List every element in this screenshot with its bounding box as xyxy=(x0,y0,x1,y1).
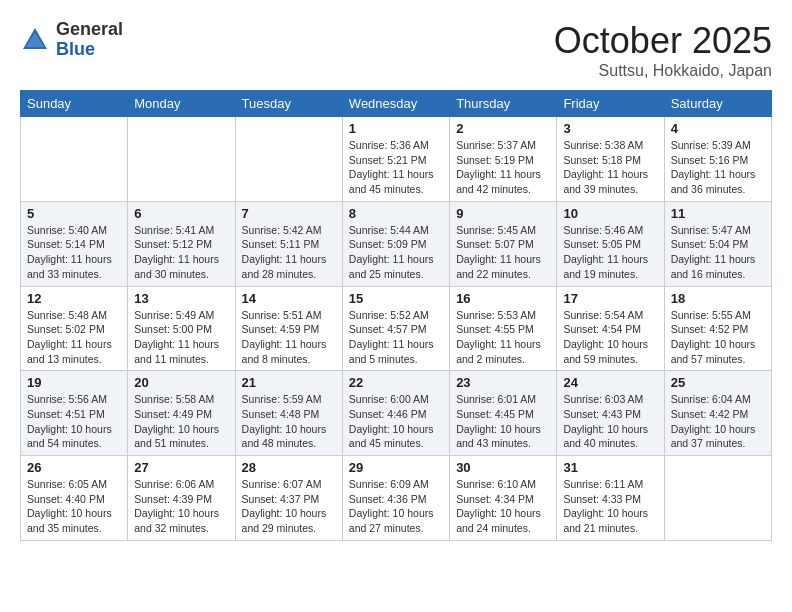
day-info: Sunrise: 6:11 AMSunset: 4:33 PMDaylight:… xyxy=(563,477,657,536)
day-number: 9 xyxy=(456,206,550,221)
calendar-day-cell: 4Sunrise: 5:39 AMSunset: 5:16 PMDaylight… xyxy=(664,117,771,202)
calendar-day-cell: 20Sunrise: 5:58 AMSunset: 4:49 PMDayligh… xyxy=(128,371,235,456)
calendar-day-cell: 21Sunrise: 5:59 AMSunset: 4:48 PMDayligh… xyxy=(235,371,342,456)
day-number: 11 xyxy=(671,206,765,221)
day-number: 25 xyxy=(671,375,765,390)
day-info: Sunrise: 5:41 AMSunset: 5:12 PMDaylight:… xyxy=(134,223,228,282)
calendar-day-cell: 24Sunrise: 6:03 AMSunset: 4:43 PMDayligh… xyxy=(557,371,664,456)
day-info: Sunrise: 5:55 AMSunset: 4:52 PMDaylight:… xyxy=(671,308,765,367)
weekday-header: Friday xyxy=(557,91,664,117)
calendar-day-cell xyxy=(128,117,235,202)
day-info: Sunrise: 6:06 AMSunset: 4:39 PMDaylight:… xyxy=(134,477,228,536)
day-number: 31 xyxy=(563,460,657,475)
day-number: 3 xyxy=(563,121,657,136)
calendar-week-row: 19Sunrise: 5:56 AMSunset: 4:51 PMDayligh… xyxy=(21,371,772,456)
day-info: Sunrise: 6:03 AMSunset: 4:43 PMDaylight:… xyxy=(563,392,657,451)
day-info: Sunrise: 5:47 AMSunset: 5:04 PMDaylight:… xyxy=(671,223,765,282)
day-info: Sunrise: 6:07 AMSunset: 4:37 PMDaylight:… xyxy=(242,477,336,536)
calendar-day-cell: 22Sunrise: 6:00 AMSunset: 4:46 PMDayligh… xyxy=(342,371,449,456)
calendar-day-cell: 13Sunrise: 5:49 AMSunset: 5:00 PMDayligh… xyxy=(128,286,235,371)
logo-icon xyxy=(20,25,50,55)
day-info: Sunrise: 5:46 AMSunset: 5:05 PMDaylight:… xyxy=(563,223,657,282)
day-info: Sunrise: 5:40 AMSunset: 5:14 PMDaylight:… xyxy=(27,223,121,282)
calendar-day-cell: 9Sunrise: 5:45 AMSunset: 5:07 PMDaylight… xyxy=(450,201,557,286)
day-info: Sunrise: 5:49 AMSunset: 5:00 PMDaylight:… xyxy=(134,308,228,367)
logo-blue-text: Blue xyxy=(56,40,123,60)
day-info: Sunrise: 5:56 AMSunset: 4:51 PMDaylight:… xyxy=(27,392,121,451)
day-info: Sunrise: 5:44 AMSunset: 5:09 PMDaylight:… xyxy=(349,223,443,282)
calendar-day-cell: 7Sunrise: 5:42 AMSunset: 5:11 PMDaylight… xyxy=(235,201,342,286)
calendar-day-cell: 28Sunrise: 6:07 AMSunset: 4:37 PMDayligh… xyxy=(235,456,342,541)
day-info: Sunrise: 5:42 AMSunset: 5:11 PMDaylight:… xyxy=(242,223,336,282)
calendar-day-cell: 8Sunrise: 5:44 AMSunset: 5:09 PMDaylight… xyxy=(342,201,449,286)
day-info: Sunrise: 5:38 AMSunset: 5:18 PMDaylight:… xyxy=(563,138,657,197)
calendar-day-cell: 23Sunrise: 6:01 AMSunset: 4:45 PMDayligh… xyxy=(450,371,557,456)
day-number: 26 xyxy=(27,460,121,475)
calendar-day-cell: 12Sunrise: 5:48 AMSunset: 5:02 PMDayligh… xyxy=(21,286,128,371)
day-number: 1 xyxy=(349,121,443,136)
day-info: Sunrise: 6:09 AMSunset: 4:36 PMDaylight:… xyxy=(349,477,443,536)
calendar-day-cell: 3Sunrise: 5:38 AMSunset: 5:18 PMDaylight… xyxy=(557,117,664,202)
logo: General Blue xyxy=(20,20,123,60)
location-title: Suttsu, Hokkaido, Japan xyxy=(554,62,772,80)
day-number: 8 xyxy=(349,206,443,221)
calendar-day-cell: 17Sunrise: 5:54 AMSunset: 4:54 PMDayligh… xyxy=(557,286,664,371)
day-number: 10 xyxy=(563,206,657,221)
day-number: 13 xyxy=(134,291,228,306)
day-number: 16 xyxy=(456,291,550,306)
day-number: 23 xyxy=(456,375,550,390)
day-number: 4 xyxy=(671,121,765,136)
day-number: 29 xyxy=(349,460,443,475)
calendar-day-cell: 10Sunrise: 5:46 AMSunset: 5:05 PMDayligh… xyxy=(557,201,664,286)
day-info: Sunrise: 6:10 AMSunset: 4:34 PMDaylight:… xyxy=(456,477,550,536)
day-info: Sunrise: 5:59 AMSunset: 4:48 PMDaylight:… xyxy=(242,392,336,451)
day-number: 27 xyxy=(134,460,228,475)
day-info: Sunrise: 5:37 AMSunset: 5:19 PMDaylight:… xyxy=(456,138,550,197)
weekday-header: Sunday xyxy=(21,91,128,117)
calendar-table: SundayMondayTuesdayWednesdayThursdayFrid… xyxy=(20,90,772,541)
month-title: October 2025 xyxy=(554,20,772,62)
calendar-day-cell: 15Sunrise: 5:52 AMSunset: 4:57 PMDayligh… xyxy=(342,286,449,371)
calendar-day-cell: 1Sunrise: 5:36 AMSunset: 5:21 PMDaylight… xyxy=(342,117,449,202)
calendar-day-cell: 29Sunrise: 6:09 AMSunset: 4:36 PMDayligh… xyxy=(342,456,449,541)
calendar-day-cell: 14Sunrise: 5:51 AMSunset: 4:59 PMDayligh… xyxy=(235,286,342,371)
day-number: 12 xyxy=(27,291,121,306)
day-info: Sunrise: 5:45 AMSunset: 5:07 PMDaylight:… xyxy=(456,223,550,282)
day-number: 6 xyxy=(134,206,228,221)
weekday-header: Saturday xyxy=(664,91,771,117)
day-info: Sunrise: 6:04 AMSunset: 4:42 PMDaylight:… xyxy=(671,392,765,451)
day-info: Sunrise: 5:48 AMSunset: 5:02 PMDaylight:… xyxy=(27,308,121,367)
calendar-day-cell xyxy=(21,117,128,202)
day-number: 30 xyxy=(456,460,550,475)
day-number: 14 xyxy=(242,291,336,306)
calendar-week-row: 12Sunrise: 5:48 AMSunset: 5:02 PMDayligh… xyxy=(21,286,772,371)
day-number: 7 xyxy=(242,206,336,221)
calendar-day-cell: 16Sunrise: 5:53 AMSunset: 4:55 PMDayligh… xyxy=(450,286,557,371)
day-number: 28 xyxy=(242,460,336,475)
calendar-day-cell: 31Sunrise: 6:11 AMSunset: 4:33 PMDayligh… xyxy=(557,456,664,541)
calendar-day-cell: 30Sunrise: 6:10 AMSunset: 4:34 PMDayligh… xyxy=(450,456,557,541)
day-number: 21 xyxy=(242,375,336,390)
calendar-day-cell xyxy=(664,456,771,541)
page-header: General Blue October 2025 Suttsu, Hokkai… xyxy=(20,20,772,80)
day-info: Sunrise: 5:51 AMSunset: 4:59 PMDaylight:… xyxy=(242,308,336,367)
day-info: Sunrise: 6:05 AMSunset: 4:40 PMDaylight:… xyxy=(27,477,121,536)
calendar-day-cell: 6Sunrise: 5:41 AMSunset: 5:12 PMDaylight… xyxy=(128,201,235,286)
calendar-day-cell xyxy=(235,117,342,202)
day-number: 2 xyxy=(456,121,550,136)
day-info: Sunrise: 5:58 AMSunset: 4:49 PMDaylight:… xyxy=(134,392,228,451)
calendar-week-row: 5Sunrise: 5:40 AMSunset: 5:14 PMDaylight… xyxy=(21,201,772,286)
day-number: 5 xyxy=(27,206,121,221)
calendar-day-cell: 2Sunrise: 5:37 AMSunset: 5:19 PMDaylight… xyxy=(450,117,557,202)
calendar-day-cell: 5Sunrise: 5:40 AMSunset: 5:14 PMDaylight… xyxy=(21,201,128,286)
day-info: Sunrise: 5:36 AMSunset: 5:21 PMDaylight:… xyxy=(349,138,443,197)
day-info: Sunrise: 6:01 AMSunset: 4:45 PMDaylight:… xyxy=(456,392,550,451)
day-number: 17 xyxy=(563,291,657,306)
day-number: 22 xyxy=(349,375,443,390)
calendar-day-cell: 19Sunrise: 5:56 AMSunset: 4:51 PMDayligh… xyxy=(21,371,128,456)
logo-general-text: General xyxy=(56,20,123,40)
day-number: 18 xyxy=(671,291,765,306)
weekday-header: Wednesday xyxy=(342,91,449,117)
day-info: Sunrise: 6:00 AMSunset: 4:46 PMDaylight:… xyxy=(349,392,443,451)
day-number: 20 xyxy=(134,375,228,390)
